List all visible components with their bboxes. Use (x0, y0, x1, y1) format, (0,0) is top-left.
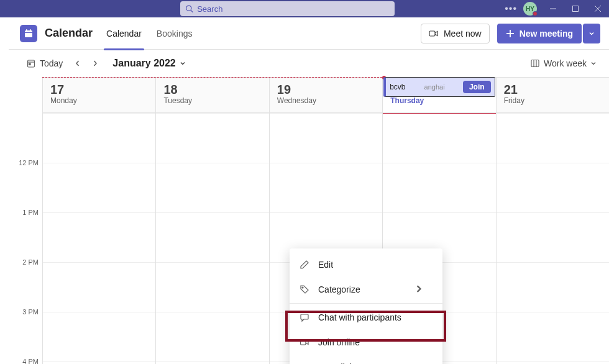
time-label: 4 PM (22, 358, 39, 364)
search-icon (185, 4, 193, 13)
next-week-button[interactable] (86, 55, 104, 72)
event-context-menu: Edit Categorize Chat with participants J… (290, 248, 442, 364)
presence-busy-icon (533, 11, 538, 16)
svg-line-1 (191, 10, 193, 12)
chevron-right-icon (92, 60, 98, 67)
tag-icon (300, 284, 309, 294)
time-label: 2 PM (22, 258, 39, 266)
chevron-down-icon (590, 58, 600, 68)
calendar-app-icon (20, 25, 37, 42)
now-indicator (383, 113, 495, 114)
svg-rect-16 (531, 60, 539, 67)
svg-rect-6 (25, 30, 32, 37)
time-label: 3 PM (22, 308, 39, 316)
meet-now-button[interactable]: Meet now (421, 24, 490, 43)
month-picker[interactable]: January 2022 (112, 58, 185, 69)
chat-icon (300, 312, 309, 322)
day-column[interactable] (155, 113, 268, 364)
time-label: 1 PM (22, 209, 39, 216)
more-icon[interactable]: ••• (498, 3, 523, 14)
tab-calendar[interactable]: Calendar (104, 17, 144, 50)
chevron-down-icon (588, 30, 595, 37)
event-subtitle: anghai (424, 83, 445, 91)
calendar-event[interactable]: bcvb anghai Join (383, 77, 495, 97)
chevron-left-icon (75, 60, 81, 67)
day-column[interactable] (42, 113, 155, 364)
view-switcher[interactable]: Work week (530, 58, 600, 68)
context-menu-edit[interactable]: Edit (290, 252, 442, 277)
svg-rect-8 (30, 29, 32, 31)
svg-rect-10 (429, 31, 435, 36)
time-label: 12 PM (19, 159, 39, 166)
new-meeting-button[interactable]: New meeting (497, 24, 582, 43)
context-menu-join-online[interactable]: Join online (290, 330, 442, 355)
event-title: bcvb (390, 83, 405, 91)
new-meeting-dropdown[interactable] (583, 24, 600, 43)
svg-rect-7 (26, 29, 27, 31)
day-header[interactable]: 17Monday (42, 77, 155, 113)
title-bar: ••• HY (0, 0, 609, 17)
context-menu-copy-link[interactable]: Copy link (290, 355, 442, 364)
svg-rect-9 (25, 32, 32, 33)
menu-separator (290, 303, 442, 304)
app-title: Calendar (45, 27, 93, 40)
svg-point-0 (186, 6, 191, 11)
calendar-toolbar: Today January 2022 Work week (9, 50, 609, 77)
search-box[interactable] (180, 1, 395, 16)
pencil-icon (300, 260, 309, 270)
day-column[interactable] (496, 113, 609, 364)
context-menu-chat[interactable]: Chat with participants (290, 305, 442, 330)
app-header: Calendar Calendar Bookings Meet now New … (9, 17, 609, 50)
svg-rect-20 (301, 340, 306, 345)
day-header[interactable]: 18Tuesday (155, 77, 268, 113)
tab-bookings[interactable]: Bookings (154, 17, 195, 50)
event-join-button[interactable]: Join (463, 81, 491, 93)
chevron-right-icon (414, 284, 433, 296)
search-input[interactable] (197, 4, 390, 14)
video-icon (429, 29, 439, 39)
video-icon (300, 337, 309, 347)
window-maximize-button[interactable] (564, 0, 587, 17)
svg-rect-3 (573, 6, 579, 12)
avatar[interactable]: HY (523, 2, 537, 16)
window-minimize-button[interactable] (542, 0, 564, 17)
svg-rect-15 (29, 63, 31, 65)
day-header[interactable]: 19Wednesday (269, 77, 382, 113)
today-button[interactable]: Today (26, 58, 63, 68)
week-view-icon (530, 58, 540, 68)
plus-icon (506, 29, 515, 38)
context-menu-categorize[interactable]: Categorize (290, 277, 442, 302)
chevron-down-icon (180, 58, 186, 69)
day-header[interactable]: 21Friday (496, 77, 609, 113)
window-close-button[interactable] (587, 0, 609, 17)
svg-point-19 (302, 287, 303, 288)
calendar-today-icon (26, 58, 36, 68)
now-line-dashed (42, 77, 382, 78)
prev-week-button[interactable] (69, 55, 86, 72)
